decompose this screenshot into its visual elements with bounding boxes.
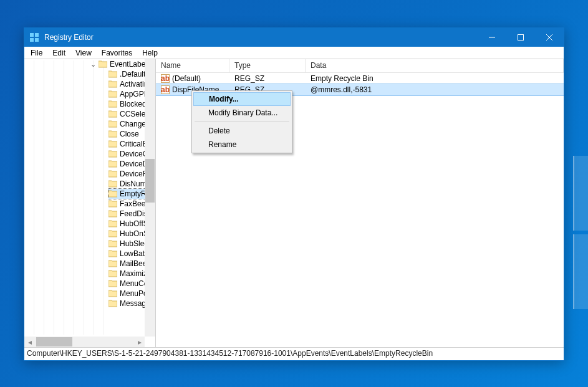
folder-icon xyxy=(108,210,117,217)
folder-icon xyxy=(108,120,117,128)
svg-text:ab: ab xyxy=(161,85,170,94)
svg-text:ab: ab xyxy=(161,74,170,83)
tree-pane: ⌄ EventLabels .DefaultActivatingDAppGPFa… xyxy=(24,59,156,347)
menu-help[interactable]: Help xyxy=(137,47,163,59)
list-row[interactable]: ab(Default)REG_SZEmpty Recycle Bin xyxy=(156,73,564,84)
folder-icon xyxy=(108,140,117,148)
context-delete[interactable]: Delete xyxy=(193,124,291,138)
maximize-button[interactable] xyxy=(506,28,535,47)
tree-root-item[interactable]: EventLabels xyxy=(99,59,151,69)
folder-icon xyxy=(108,260,117,267)
folder-icon xyxy=(108,70,117,78)
tree-item-label: .Default xyxy=(120,70,145,79)
menu-view[interactable]: View xyxy=(70,47,97,59)
window-title: Registry Editor xyxy=(44,33,478,42)
svg-rect-1 xyxy=(35,33,39,37)
folder-icon xyxy=(108,170,117,178)
context-menu: Modify... Modify Binary Data... Delete R… xyxy=(191,90,292,153)
folder-icon xyxy=(108,130,117,138)
tree-item-label: Close xyxy=(120,130,139,138)
menu-favorites[interactable]: Favorites xyxy=(97,47,137,59)
folder-icon xyxy=(108,250,117,257)
titlebar[interactable]: Registry Editor xyxy=(24,28,564,47)
folder-icon xyxy=(99,60,107,68)
menubar: File Edit View Favorites Help xyxy=(24,47,564,59)
cell-type: REG_SZ xyxy=(229,74,306,83)
menu-separator xyxy=(195,122,289,122)
folder-icon xyxy=(108,270,117,277)
folder-icon xyxy=(108,150,117,158)
folder-icon xyxy=(108,280,117,287)
menu-file[interactable]: File xyxy=(26,47,47,59)
svg-rect-3 xyxy=(35,38,39,42)
minimize-button[interactable] xyxy=(478,28,506,47)
scrollbar-thumb[interactable] xyxy=(36,337,72,346)
column-header-type[interactable]: Type xyxy=(229,59,306,72)
folder-icon xyxy=(108,110,117,118)
folder-icon xyxy=(108,100,117,108)
scroll-left-arrow[interactable]: ◂ xyxy=(24,337,35,347)
cell-name: ab(Default) xyxy=(156,74,229,83)
folder-icon xyxy=(108,80,117,88)
content-area: ⌄ EventLabels .DefaultActivatingDAppGPFa… xyxy=(24,59,564,348)
column-header-name[interactable]: Name xyxy=(156,59,229,72)
svg-rect-2 xyxy=(30,38,34,42)
tree-horizontal-scrollbar[interactable]: ◂ ▸ xyxy=(24,337,145,347)
registry-editor-window: Registry Editor File Edit View Favorites… xyxy=(24,27,564,361)
svg-rect-0 xyxy=(30,33,34,37)
folder-icon xyxy=(108,190,117,198)
folder-icon xyxy=(108,220,117,227)
folder-icon xyxy=(108,180,117,188)
string-value-icon: ab xyxy=(161,85,170,94)
folder-icon xyxy=(108,160,117,168)
scrollbar-thumb[interactable] xyxy=(145,159,155,203)
status-bar: Computer\HKEY_USERS\S-1-5-21-2497904381-… xyxy=(24,348,564,360)
string-value-icon: ab xyxy=(161,74,170,83)
folder-icon xyxy=(108,230,117,237)
svg-rect-5 xyxy=(518,35,524,41)
context-modify-binary[interactable]: Modify Binary Data... xyxy=(193,106,291,120)
context-rename[interactable]: Rename xyxy=(193,138,291,151)
folder-icon xyxy=(108,240,117,247)
context-modify[interactable]: Modify... xyxy=(193,92,291,106)
cell-data: @mmres.dll,-5831 xyxy=(306,85,564,94)
desktop-decoration xyxy=(573,156,588,309)
folder-icon xyxy=(108,200,117,208)
cell-data: Empty Recycle Bin xyxy=(306,74,564,83)
app-icon xyxy=(29,32,39,42)
menu-edit[interactable]: Edit xyxy=(47,47,70,59)
close-button[interactable] xyxy=(535,28,564,47)
folder-icon xyxy=(108,300,117,307)
tree-vertical-scrollbar[interactable] xyxy=(145,59,155,337)
scroll-right-arrow[interactable]: ▸ xyxy=(134,337,145,347)
folder-icon xyxy=(108,90,117,98)
list-header: Name Type Data xyxy=(156,59,564,73)
tree-expand-toggle[interactable]: ⌄ xyxy=(89,60,97,69)
folder-icon xyxy=(108,290,117,297)
column-header-data[interactable]: Data xyxy=(306,59,564,72)
